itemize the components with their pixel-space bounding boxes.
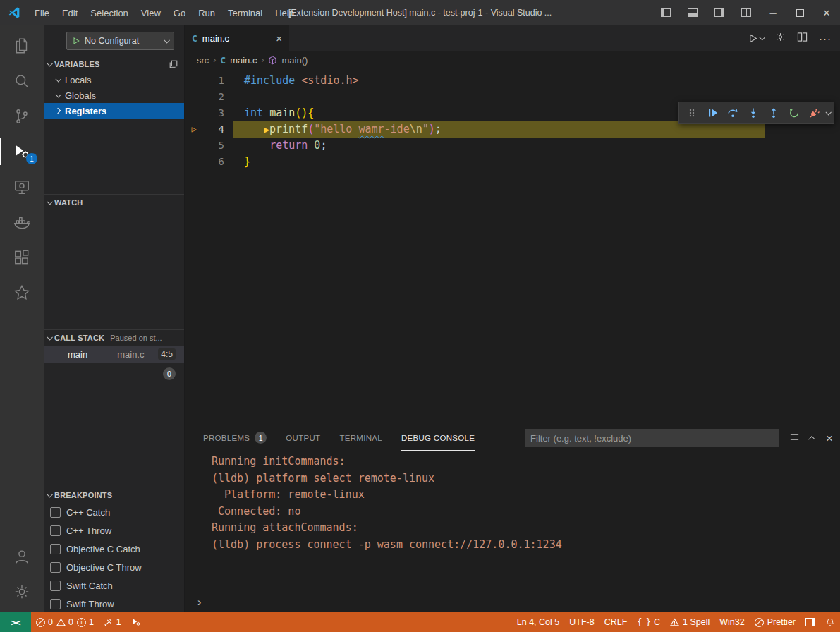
breadcrumb-file[interactable]: main.c <box>230 55 257 66</box>
panel-menu-icon[interactable] <box>789 432 800 445</box>
restart-button[interactable] <box>785 104 803 122</box>
breakpoint-row[interactable]: Swift Throw <box>44 595 184 612</box>
eol-indicator[interactable]: CRLF <box>599 612 633 632</box>
debug-indicator[interactable] <box>126 612 146 632</box>
glyph-margin[interactable] <box>185 105 203 121</box>
close-panel-icon[interactable]: × <box>826 432 833 444</box>
warnings-icon <box>56 618 66 626</box>
language-indicator[interactable]: { }C <box>632 612 665 632</box>
menu-go[interactable]: Go <box>167 0 192 25</box>
tools-indicator[interactable]: 1 <box>99 612 126 632</box>
console-filter-input[interactable] <box>525 429 779 447</box>
disconnect-button[interactable] <box>805 104 824 122</box>
code-line[interactable]: 5 return 0; <box>185 138 840 154</box>
explorer-icon[interactable] <box>0 28 44 63</box>
breakpoints-header[interactable]: BREAKPOINTS <box>44 487 184 503</box>
split-editor-icon[interactable] <box>797 32 808 45</box>
run-and-debug-icon[interactable]: 1 <box>0 134 44 169</box>
chevron-down-icon <box>164 37 169 43</box>
menu-view[interactable]: View <box>135 0 167 25</box>
code-line[interactable]: 1#include <stdio.h> <box>185 73 840 89</box>
continue-button[interactable] <box>703 104 722 122</box>
debug-stackframe-arrow-icon[interactable]: ▷ <box>185 121 203 138</box>
breakpoint-row[interactable]: Swift Catch <box>44 576 184 595</box>
step-out-button[interactable] <box>765 104 783 122</box>
encoding-indicator[interactable]: UTF-8 <box>564 612 599 632</box>
step-into-button[interactable] <box>744 104 762 122</box>
variables-header[interactable]: VARIABLES <box>44 56 184 72</box>
platform-indicator[interactable]: Win32 <box>714 612 749 632</box>
breakpoint-checkbox[interactable] <box>50 544 61 554</box>
stack-frame-row[interactable]: main main.c 4:5 <box>44 346 184 363</box>
console-input[interactable]: › <box>185 592 840 612</box>
debug-play-icon <box>131 617 141 627</box>
glyph-margin[interactable] <box>185 73 203 89</box>
glyph-margin[interactable] <box>185 89 203 105</box>
accounts-icon[interactable] <box>0 539 44 574</box>
breakpoint-row[interactable]: Objective C Throw <box>44 558 184 576</box>
breakpoint-checkbox[interactable] <box>50 599 61 609</box>
breadcrumb-folder[interactable]: src <box>197 55 209 66</box>
breakpoint-label: Objective C Catch <box>66 544 140 554</box>
breadcrumb-symbol[interactable]: main() <box>281 55 308 66</box>
settings-gear-icon[interactable] <box>0 574 44 609</box>
extensions-icon[interactable] <box>0 240 44 275</box>
run-file-button[interactable] <box>748 33 764 44</box>
breakpoint-row[interactable]: C++ Catch <box>44 503 184 521</box>
call-stack-header[interactable]: CALL STACK Paused on st... <box>44 330 184 346</box>
variables-scope-registers[interactable]: Registers <box>44 103 184 119</box>
toggle-panel-icon[interactable] <box>679 0 706 25</box>
problems-indicator[interactable]: 0 0 i1 <box>31 612 99 632</box>
cursor-position[interactable]: Ln 4, Col 5 <box>512 612 564 632</box>
toggle-sidebar-icon[interactable] <box>652 0 679 25</box>
formatter-indicator[interactable]: Prettier <box>750 612 801 632</box>
code-editor[interactable]: 1#include <stdio.h>23int main(){▷4▶print… <box>185 69 840 425</box>
layout-icon[interactable] <box>801 612 820 632</box>
panel-tab-output[interactable]: OUTPUT <box>286 425 320 451</box>
maximize-panel-icon[interactable] <box>808 435 815 442</box>
menu-file[interactable]: File <box>28 0 56 25</box>
star-icon[interactable] <box>0 275 44 310</box>
menu-run[interactable]: Run <box>192 0 221 25</box>
remote-explorer-icon[interactable] <box>0 169 44 205</box>
spell-indicator[interactable]: 1 Spell <box>665 612 714 632</box>
customize-layout-icon[interactable] <box>733 0 760 25</box>
toggle-secondary-sidebar-icon[interactable] <box>706 0 733 25</box>
menu-edit[interactable]: Edit <box>56 0 84 25</box>
breakpoint-checkbox[interactable] <box>50 562 61 573</box>
minimize-button[interactable]: ─ <box>760 0 786 25</box>
breakpoint-row[interactable]: C++ Throw <box>44 521 184 540</box>
vscode-logo-icon <box>0 6 28 19</box>
step-over-button[interactable] <box>724 104 742 122</box>
notifications-bell-icon[interactable] <box>820 612 840 632</box>
watch-header[interactable]: WATCH <box>44 195 184 210</box>
breakpoint-row[interactable]: Objective C Catch <box>44 540 184 558</box>
close-tab-icon[interactable]: × <box>276 33 282 44</box>
breakpoint-checkbox[interactable] <box>50 581 61 591</box>
panel-tab-terminal[interactable]: TERMINAL <box>339 425 382 451</box>
collapse-all-icon[interactable] <box>169 59 178 69</box>
variables-scope-globals[interactable]: Globals <box>44 87 184 103</box>
chevron-down-icon[interactable] <box>825 109 831 115</box>
launch-config-dropdown[interactable]: No Configurat <box>66 32 174 50</box>
breakpoint-checkbox[interactable] <box>50 507 61 518</box>
code-line[interactable]: 6} <box>185 154 840 170</box>
panel-tab-debug-console[interactable]: DEBUG CONSOLE <box>401 425 475 451</box>
menu-terminal[interactable]: Terminal <box>221 0 269 25</box>
source-control-icon[interactable] <box>0 99 44 134</box>
breakpoint-checkbox[interactable] <box>50 525 61 536</box>
remote-indicator[interactable]: >< <box>0 612 31 632</box>
menu-selection[interactable]: Selection <box>84 0 134 25</box>
editor-gear-icon[interactable] <box>775 32 786 45</box>
glyph-margin[interactable] <box>185 154 203 170</box>
glyph-margin[interactable] <box>185 138 203 154</box>
close-button[interactable]: ✕ <box>813 0 840 25</box>
panel-tab-problems[interactable]: PROBLEMS1 <box>203 425 267 451</box>
tab-main-c[interactable]: C main.c × <box>185 25 289 51</box>
toolbar-drag-handle[interactable] <box>683 104 701 122</box>
variables-scope-locals[interactable]: Locals <box>44 72 184 87</box>
more-actions-icon[interactable]: ··· <box>819 32 832 44</box>
maximize-button[interactable] <box>786 0 813 25</box>
search-icon[interactable] <box>0 63 44 99</box>
docker-icon[interactable] <box>0 205 44 240</box>
